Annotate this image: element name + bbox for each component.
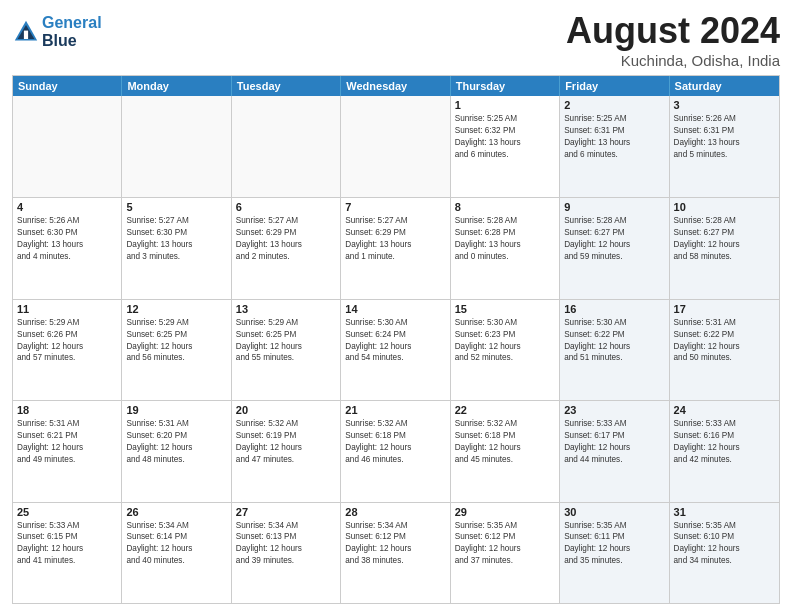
calendar-row-4: 25Sunrise: 5:33 AMSunset: 6:15 PMDayligh… [13,502,779,603]
calendar-cell-empty [122,96,231,197]
day-number: 25 [17,506,117,518]
day-info: Sunrise: 5:35 AMSunset: 6:10 PMDaylight:… [674,520,775,568]
calendar-cell-26: 26Sunrise: 5:34 AMSunset: 6:14 PMDayligh… [122,503,231,603]
day-number: 20 [236,404,336,416]
calendar-cell-24: 24Sunrise: 5:33 AMSunset: 6:16 PMDayligh… [670,401,779,501]
calendar-row-0: 1Sunrise: 5:25 AMSunset: 6:32 PMDaylight… [13,96,779,197]
day-number: 6 [236,201,336,213]
weekday-header-saturday: Saturday [670,76,779,96]
calendar-cell-28: 28Sunrise: 5:34 AMSunset: 6:12 PMDayligh… [341,503,450,603]
calendar-cell-9: 9Sunrise: 5:28 AMSunset: 6:27 PMDaylight… [560,198,669,298]
weekday-header-wednesday: Wednesday [341,76,450,96]
day-info: Sunrise: 5:27 AMSunset: 6:29 PMDaylight:… [345,215,445,263]
calendar-cell-10: 10Sunrise: 5:28 AMSunset: 6:27 PMDayligh… [670,198,779,298]
day-info: Sunrise: 5:32 AMSunset: 6:18 PMDaylight:… [455,418,555,466]
day-number: 16 [564,303,664,315]
svg-rect-2 [24,30,28,38]
day-info: Sunrise: 5:34 AMSunset: 6:14 PMDaylight:… [126,520,226,568]
calendar-cell-16: 16Sunrise: 5:30 AMSunset: 6:22 PMDayligh… [560,300,669,400]
day-number: 26 [126,506,226,518]
day-number: 27 [236,506,336,518]
weekday-header-sunday: Sunday [13,76,122,96]
day-info: Sunrise: 5:28 AMSunset: 6:28 PMDaylight:… [455,215,555,263]
day-number: 29 [455,506,555,518]
calendar-cell-5: 5Sunrise: 5:27 AMSunset: 6:30 PMDaylight… [122,198,231,298]
day-number: 19 [126,404,226,416]
logo-line2: Blue [42,32,77,49]
day-info: Sunrise: 5:33 AMSunset: 6:17 PMDaylight:… [564,418,664,466]
day-info: Sunrise: 5:33 AMSunset: 6:15 PMDaylight:… [17,520,117,568]
day-info: Sunrise: 5:29 AMSunset: 6:25 PMDaylight:… [126,317,226,365]
day-number: 12 [126,303,226,315]
day-number: 28 [345,506,445,518]
day-number: 24 [674,404,775,416]
day-number: 2 [564,99,664,111]
calendar-cell-18: 18Sunrise: 5:31 AMSunset: 6:21 PMDayligh… [13,401,122,501]
day-number: 15 [455,303,555,315]
day-info: Sunrise: 5:30 AMSunset: 6:22 PMDaylight:… [564,317,664,365]
calendar-cell-empty [232,96,341,197]
day-info: Sunrise: 5:33 AMSunset: 6:16 PMDaylight:… [674,418,775,466]
calendar-row-1: 4Sunrise: 5:26 AMSunset: 6:30 PMDaylight… [13,197,779,298]
calendar-cell-15: 15Sunrise: 5:30 AMSunset: 6:23 PMDayligh… [451,300,560,400]
logo: General Blue [12,14,102,49]
calendar-body: 1Sunrise: 5:25 AMSunset: 6:32 PMDaylight… [13,96,779,603]
day-info: Sunrise: 5:26 AMSunset: 6:31 PMDaylight:… [674,113,775,161]
day-number: 10 [674,201,775,213]
calendar-header: SundayMondayTuesdayWednesdayThursdayFrid… [13,76,779,96]
day-number: 22 [455,404,555,416]
day-number: 21 [345,404,445,416]
weekday-header-tuesday: Tuesday [232,76,341,96]
calendar-cell-23: 23Sunrise: 5:33 AMSunset: 6:17 PMDayligh… [560,401,669,501]
calendar-cell-30: 30Sunrise: 5:35 AMSunset: 6:11 PMDayligh… [560,503,669,603]
day-info: Sunrise: 5:25 AMSunset: 6:31 PMDaylight:… [564,113,664,161]
weekday-header-thursday: Thursday [451,76,560,96]
day-info: Sunrise: 5:34 AMSunset: 6:13 PMDaylight:… [236,520,336,568]
day-info: Sunrise: 5:26 AMSunset: 6:30 PMDaylight:… [17,215,117,263]
calendar-cell-21: 21Sunrise: 5:32 AMSunset: 6:18 PMDayligh… [341,401,450,501]
calendar-cell-7: 7Sunrise: 5:27 AMSunset: 6:29 PMDaylight… [341,198,450,298]
calendar-cell-27: 27Sunrise: 5:34 AMSunset: 6:13 PMDayligh… [232,503,341,603]
weekday-header-friday: Friday [560,76,669,96]
day-info: Sunrise: 5:27 AMSunset: 6:29 PMDaylight:… [236,215,336,263]
day-number: 9 [564,201,664,213]
day-info: Sunrise: 5:25 AMSunset: 6:32 PMDaylight:… [455,113,555,161]
month-title: August 2024 [566,10,780,52]
calendar-cell-13: 13Sunrise: 5:29 AMSunset: 6:25 PMDayligh… [232,300,341,400]
day-number: 3 [674,99,775,111]
calendar-cell-22: 22Sunrise: 5:32 AMSunset: 6:18 PMDayligh… [451,401,560,501]
logo-icon [12,18,40,46]
calendar-row-2: 11Sunrise: 5:29 AMSunset: 6:26 PMDayligh… [13,299,779,400]
day-number: 14 [345,303,445,315]
day-info: Sunrise: 5:34 AMSunset: 6:12 PMDaylight:… [345,520,445,568]
page-header: General Blue August 2024 Kuchinda, Odish… [12,10,780,69]
calendar-container: General Blue August 2024 Kuchinda, Odish… [0,0,792,612]
day-number: 8 [455,201,555,213]
day-number: 1 [455,99,555,111]
title-block: August 2024 Kuchinda, Odisha, India [566,10,780,69]
calendar-cell-19: 19Sunrise: 5:31 AMSunset: 6:20 PMDayligh… [122,401,231,501]
day-info: Sunrise: 5:29 AMSunset: 6:25 PMDaylight:… [236,317,336,365]
day-info: Sunrise: 5:28 AMSunset: 6:27 PMDaylight:… [674,215,775,263]
calendar-cell-2: 2Sunrise: 5:25 AMSunset: 6:31 PMDaylight… [560,96,669,197]
calendar-cell-6: 6Sunrise: 5:27 AMSunset: 6:29 PMDaylight… [232,198,341,298]
calendar-cell-empty [341,96,450,197]
calendar-cell-25: 25Sunrise: 5:33 AMSunset: 6:15 PMDayligh… [13,503,122,603]
calendar: SundayMondayTuesdayWednesdayThursdayFrid… [12,75,780,604]
day-info: Sunrise: 5:31 AMSunset: 6:22 PMDaylight:… [674,317,775,365]
calendar-row-3: 18Sunrise: 5:31 AMSunset: 6:21 PMDayligh… [13,400,779,501]
calendar-cell-3: 3Sunrise: 5:26 AMSunset: 6:31 PMDaylight… [670,96,779,197]
location: Kuchinda, Odisha, India [566,52,780,69]
calendar-cell-20: 20Sunrise: 5:32 AMSunset: 6:19 PMDayligh… [232,401,341,501]
day-info: Sunrise: 5:27 AMSunset: 6:30 PMDaylight:… [126,215,226,263]
day-number: 11 [17,303,117,315]
day-number: 23 [564,404,664,416]
day-info: Sunrise: 5:32 AMSunset: 6:19 PMDaylight:… [236,418,336,466]
day-info: Sunrise: 5:30 AMSunset: 6:24 PMDaylight:… [345,317,445,365]
calendar-cell-12: 12Sunrise: 5:29 AMSunset: 6:25 PMDayligh… [122,300,231,400]
day-number: 18 [17,404,117,416]
calendar-cell-empty [13,96,122,197]
day-info: Sunrise: 5:28 AMSunset: 6:27 PMDaylight:… [564,215,664,263]
day-number: 30 [564,506,664,518]
day-info: Sunrise: 5:35 AMSunset: 6:12 PMDaylight:… [455,520,555,568]
